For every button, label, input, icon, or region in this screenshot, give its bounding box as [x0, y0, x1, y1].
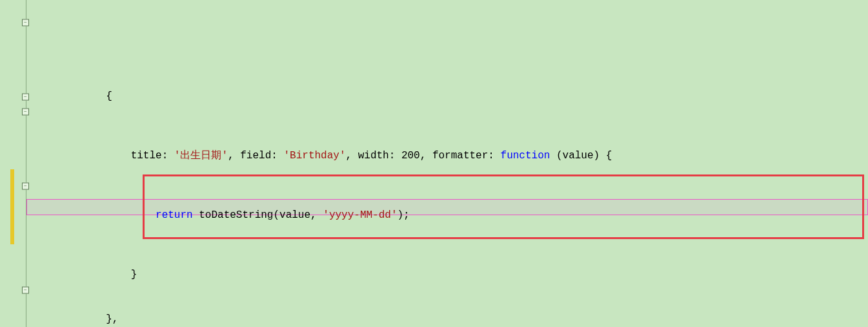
code-line[interactable]: },: [26, 312, 868, 327]
change-bar: [10, 169, 14, 244]
code-line[interactable]: }: [26, 268, 868, 282]
code-area[interactable]: { title: '出生日期', field: 'Birthday', widt…: [26, 0, 868, 327]
code-line[interactable]: title: '出生日期', field: 'Birthday', width:…: [26, 149, 868, 164]
gutter: − − − − −: [0, 0, 26, 327]
code-line[interactable]: {: [26, 89, 868, 104]
code-editor[interactable]: − − − − − { title: '出生日期', field: 'Birth…: [0, 0, 868, 327]
code-line[interactable]: return toDateString(value, 'yyyy-MM-dd')…: [26, 208, 868, 223]
